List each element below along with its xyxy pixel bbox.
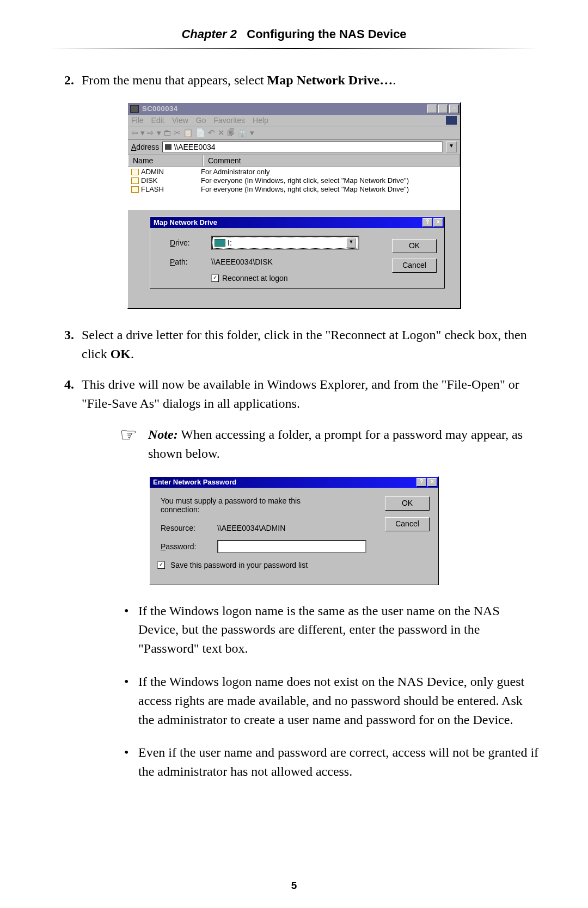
menu-help[interactable]: Help bbox=[253, 116, 268, 125]
password-input[interactable] bbox=[217, 540, 366, 553]
step-2-number: 2. bbox=[49, 71, 82, 90]
note-icon: ☞ bbox=[120, 425, 144, 463]
address-label: Address bbox=[131, 143, 159, 151]
chapter-header: Chapter 2 Configuring the NAS Device bbox=[49, 27, 539, 41]
step-3-number: 3. bbox=[49, 326, 82, 364]
close-button[interactable]: × bbox=[433, 218, 443, 227]
maximize-button[interactable]: □ bbox=[438, 105, 448, 113]
dialog-title: Enter Network Password bbox=[153, 478, 416, 486]
column-name[interactable]: Name bbox=[128, 155, 203, 166]
chapter-number: Chapter 2 bbox=[181, 27, 236, 41]
address-field[interactable]: \\AEEE0034 bbox=[162, 142, 443, 152]
step-3-text-bold: OK bbox=[111, 347, 131, 361]
dialog-message: You must supply a password to make this … bbox=[161, 496, 335, 514]
toolbar-buttons[interactable]: ⇦ ▾ ⇨ ▾ 🗀 ✂ 📋 📄 ↶ ✕ 🗐 🏢 ▾ bbox=[131, 128, 254, 138]
step-2-text-pre: From the menu that appears, select bbox=[82, 73, 267, 87]
chevron-down-icon[interactable]: ▼ bbox=[346, 238, 356, 248]
step-3-text-post: . bbox=[131, 347, 134, 361]
menu-favorites[interactable]: Favorites bbox=[213, 116, 245, 125]
drive-label: Drive: bbox=[170, 238, 203, 247]
explorer-window: SC000034 _ □ × File Edit View Go Favorit… bbox=[127, 102, 461, 309]
chapter-title: Configuring the NAS Device bbox=[247, 27, 406, 41]
ok-button[interactable]: OK bbox=[385, 496, 430, 511]
enter-network-password-dialog: Enter Network Password ? × You must supp… bbox=[149, 476, 439, 585]
bullet-list: • If the Windows logon name is the same … bbox=[124, 602, 539, 781]
minimize-button[interactable]: _ bbox=[427, 105, 437, 113]
menu-go[interactable]: Go bbox=[196, 116, 206, 125]
address-dropdown-button[interactable]: ▼ bbox=[446, 142, 457, 152]
folder-icon bbox=[131, 169, 139, 175]
list-item[interactable]: FLASH For everyone (In Windows, right cl… bbox=[128, 185, 460, 194]
bullet-icon: • bbox=[124, 602, 132, 658]
dialog-title: Map Network Drive bbox=[154, 218, 422, 226]
resource-label: Resource: bbox=[161, 524, 212, 532]
dialog-titlebar: Enter Network Password ? × bbox=[150, 477, 438, 488]
computer-icon bbox=[165, 144, 171, 150]
drive-combobox[interactable]: I: ▼ bbox=[211, 236, 359, 250]
list-item[interactable]: ADMIN For Administrator only bbox=[128, 168, 460, 176]
note-block: ☞ Note: When accessing a folder, a promp… bbox=[120, 425, 539, 463]
drive-value: I: bbox=[228, 238, 232, 247]
help-button[interactable]: ? bbox=[422, 218, 432, 227]
computer-icon bbox=[130, 105, 139, 113]
windows-logo-icon bbox=[446, 116, 457, 125]
bullet-item: • If the Windows logon name is the same … bbox=[124, 602, 539, 658]
resource-value: \\AEEE0034\ADMIN bbox=[217, 524, 285, 532]
toolbar: ⇦ ▾ ⇨ ▾ 🗀 ✂ 📋 📄 ↶ ✕ 🗐 🏢 ▾ bbox=[128, 126, 460, 140]
cancel-button[interactable]: Cancel bbox=[392, 259, 437, 273]
note-text: When accessing a folder, a prompt for a … bbox=[148, 427, 523, 461]
drive-icon bbox=[215, 239, 225, 247]
step-4-number: 4. bbox=[49, 375, 82, 413]
step-3-text-pre: Select a drive letter for this folder, c… bbox=[82, 328, 527, 361]
step-4-text: This drive will now be available in Wind… bbox=[82, 375, 539, 413]
path-value: \\AEEE0034\DISK bbox=[211, 257, 273, 266]
menu-view[interactable]: View bbox=[172, 116, 188, 125]
bullet-icon: • bbox=[124, 743, 132, 781]
step-3: 3. Select a drive letter for this folder… bbox=[49, 326, 539, 364]
path-label: Path: bbox=[170, 257, 203, 266]
bullet-icon: • bbox=[124, 672, 132, 729]
step-2-text-post: . bbox=[393, 73, 396, 87]
menu-file[interactable]: File bbox=[131, 116, 144, 125]
list-header: Name Comment bbox=[128, 155, 460, 167]
step-4: 4. This drive will now be available in W… bbox=[49, 375, 539, 413]
menubar: File Edit View Go Favorites Help bbox=[128, 115, 460, 126]
reconnect-checkbox[interactable]: ✓ bbox=[211, 274, 219, 282]
dialog-titlebar: Map Network Drive ? × bbox=[150, 217, 444, 228]
help-button[interactable]: ? bbox=[416, 478, 426, 487]
reconnect-label: Reconnect at logon bbox=[222, 274, 288, 283]
close-button[interactable]: × bbox=[449, 105, 459, 113]
map-network-drive-dialog: Map Network Drive ? × Drive: I: ▼ bbox=[150, 217, 445, 289]
header-divider bbox=[49, 48, 539, 49]
menu-edit[interactable]: Edit bbox=[151, 116, 164, 125]
bullet-text: If the Windows logon name does not exist… bbox=[138, 672, 539, 729]
save-password-label: Save this password in your password list bbox=[170, 561, 308, 569]
step-2-text-bold: Map Network Drive… bbox=[267, 73, 393, 87]
explorer-titlebar: SC000034 _ □ × bbox=[128, 103, 460, 115]
explorer-title: SC000034 bbox=[142, 105, 427, 113]
note-label: Note: bbox=[148, 427, 178, 441]
address-value: \\AEEE0034 bbox=[174, 143, 215, 151]
address-bar: Address \\AEEE0034 ▼ bbox=[128, 140, 460, 155]
ok-button[interactable]: OK bbox=[392, 239, 437, 253]
file-list: ADMIN For Administrator only DISK For ev… bbox=[128, 167, 460, 210]
folder-icon bbox=[131, 177, 139, 184]
cancel-button[interactable]: Cancel bbox=[385, 517, 430, 531]
bullet-text: Even if the user name and password are c… bbox=[138, 743, 539, 781]
step-2: 2. From the menu that appears, select Ma… bbox=[49, 71, 539, 90]
save-password-checkbox[interactable]: ✓ bbox=[157, 561, 165, 569]
folder-icon bbox=[131, 186, 139, 193]
close-button[interactable]: × bbox=[427, 478, 437, 487]
bullet-text: If the Windows logon name is the same as… bbox=[138, 602, 539, 658]
page-number: 5 bbox=[0, 880, 588, 892]
password-label: Password: bbox=[161, 542, 212, 551]
bullet-item: • Even if the user name and password are… bbox=[124, 743, 539, 781]
column-comment[interactable]: Comment bbox=[203, 155, 460, 166]
list-item[interactable]: DISK For everyone (In Windows, right cli… bbox=[128, 176, 460, 185]
bullet-item: • If the Windows logon name does not exi… bbox=[124, 672, 539, 729]
